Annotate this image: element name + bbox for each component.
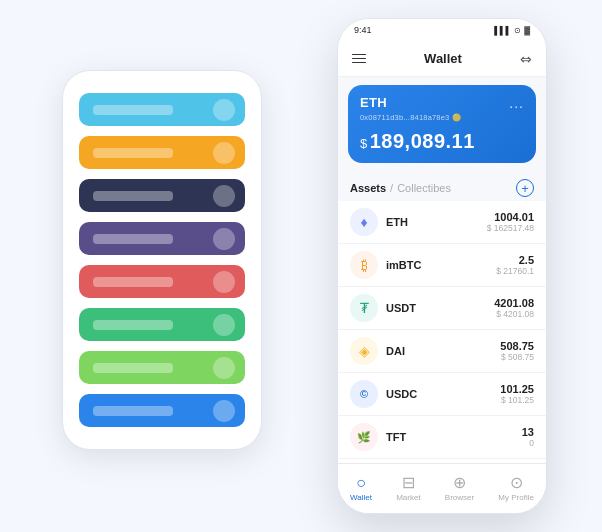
profile-nav-icon: ⊙ xyxy=(510,475,523,491)
bg-card-label-1 xyxy=(93,105,173,115)
imbtc-amounts: 2.5 $ 21760.1 xyxy=(496,254,534,276)
dai-name: DAI xyxy=(386,345,500,357)
usdc-icon: © xyxy=(350,380,378,408)
usdc-usd: $ 101.25 xyxy=(500,395,534,405)
imbtc-usd: $ 21760.1 xyxy=(496,266,534,276)
dai-amount: 508.75 xyxy=(500,340,534,352)
tab-separator: / xyxy=(390,182,393,194)
eth-card-header: ETH ... xyxy=(360,95,524,111)
usdc-name: USDC xyxy=(386,388,500,400)
bg-card-5 xyxy=(79,265,245,298)
hamburger-line-1 xyxy=(352,54,366,56)
usdt-icon: ₮ xyxy=(350,294,378,322)
status-bar: 9:41 ▌▌▌ ⊙ ▓ xyxy=(338,19,546,41)
hamburger-line-2 xyxy=(352,58,366,60)
dai-usd: $ 508.75 xyxy=(500,352,534,362)
market-nav-icon: ⊟ xyxy=(402,475,415,491)
hamburger-line-3 xyxy=(352,62,366,64)
bg-card-label-8 xyxy=(93,406,173,416)
eth-card[interactable]: ETH ... 0x08711d3b...8418a78e3 🟡 $189,08… xyxy=(348,85,536,163)
bg-card-icon-3 xyxy=(213,185,235,207)
bottom-nav-bar: ○ Wallet ⊟ Market ⊕ Browser ⊙ My Profile xyxy=(338,463,546,513)
bg-card-8 xyxy=(79,394,245,427)
imbtc-name: imBTC xyxy=(386,259,496,271)
phone-nav-bar: Wallet ⇔ xyxy=(338,41,546,77)
asset-list: ♦ ETH 1004.01 $ 162517.48 ₿ imBTC 2.5 $ … xyxy=(338,201,546,463)
bg-card-label-4 xyxy=(93,234,173,244)
phone-content: ETH ... 0x08711d3b...8418a78e3 🟡 $189,08… xyxy=(338,77,546,463)
wallet-nav-icon: ○ xyxy=(356,475,366,491)
eth-amounts: 1004.01 $ 162517.48 xyxy=(487,211,534,233)
bottom-nav-browser[interactable]: ⊕ Browser xyxy=(445,475,474,502)
bg-card-icon-8 xyxy=(213,400,235,422)
status-time: 9:41 xyxy=(354,25,372,35)
bg-card-label-2 xyxy=(93,148,173,158)
eth-card-title: ETH xyxy=(360,95,387,110)
tft-usd: 0 xyxy=(522,438,534,448)
bottom-nav-wallet[interactable]: ○ Wallet xyxy=(350,475,372,502)
asset-item-usdc[interactable]: © USDC 101.25 $ 101.25 xyxy=(338,373,546,416)
assets-tabs-bar: Assets / Collectibes + xyxy=(338,171,546,201)
bg-card-3 xyxy=(79,179,245,212)
eth-amount: 1004.01 xyxy=(487,211,534,223)
bg-card-label-5 xyxy=(93,277,173,287)
usdt-usd: $ 4201.08 xyxy=(494,309,534,319)
bg-card-label-3 xyxy=(93,191,173,201)
add-asset-button[interactable]: + xyxy=(516,179,534,197)
bg-card-1 xyxy=(79,93,245,126)
browser-nav-label: Browser xyxy=(445,493,474,502)
tab-collectibles[interactable]: Collectibes xyxy=(397,182,451,194)
bg-card-label-7 xyxy=(93,363,173,373)
expand-button[interactable]: ⇔ xyxy=(520,51,532,67)
asset-item-imbtc[interactable]: ₿ imBTC 2.5 $ 21760.1 xyxy=(338,244,546,287)
usdt-amount: 4201.08 xyxy=(494,297,534,309)
usdt-amounts: 4201.08 $ 4201.08 xyxy=(494,297,534,319)
hamburger-menu-button[interactable] xyxy=(352,54,366,64)
profile-nav-label: My Profile xyxy=(498,493,534,502)
tft-amounts: 13 0 xyxy=(522,426,534,448)
market-nav-label: Market xyxy=(396,493,420,502)
asset-item-eth[interactable]: ♦ ETH 1004.01 $ 162517.48 xyxy=(338,201,546,244)
bg-card-6 xyxy=(79,308,245,341)
background-phone xyxy=(62,70,262,450)
tft-amount: 13 xyxy=(522,426,534,438)
bg-card-icon-6 xyxy=(213,314,235,336)
imbtc-amount: 2.5 xyxy=(496,254,534,266)
eth-icon: ♦ xyxy=(350,208,378,236)
bg-card-icon-7 xyxy=(213,357,235,379)
battery-icon: ▓ xyxy=(524,26,530,35)
signal-icon: ▌▌▌ xyxy=(494,26,511,35)
bg-card-icon-4 xyxy=(213,228,235,250)
foreground-phone: 9:41 ▌▌▌ ⊙ ▓ Wallet ⇔ ETH ... 0x08711d3b… xyxy=(337,18,547,514)
wifi-icon: ⊙ xyxy=(514,26,521,35)
usdt-name: USDT xyxy=(386,302,494,314)
bg-card-2 xyxy=(79,136,245,169)
tft-icon: 🌿 xyxy=(350,423,378,451)
bg-card-icon-1 xyxy=(213,99,235,121)
eth-card-balance: $189,089.11 xyxy=(360,130,524,153)
asset-item-tft[interactable]: 🌿 TFT 13 0 xyxy=(338,416,546,459)
eth-balance-dollar-sign: $ xyxy=(360,136,368,151)
bg-card-icon-2 xyxy=(213,142,235,164)
nav-title: Wallet xyxy=(424,51,462,66)
eth-balance-amount: 189,089.11 xyxy=(370,130,475,152)
asset-item-usdt[interactable]: ₮ USDT 4201.08 $ 4201.08 xyxy=(338,287,546,330)
eth-card-address: 0x08711d3b...8418a78e3 🟡 xyxy=(360,113,524,122)
eth-card-menu-dots[interactable]: ... xyxy=(509,95,524,111)
dai-amounts: 508.75 $ 508.75 xyxy=(500,340,534,362)
browser-nav-icon: ⊕ xyxy=(453,475,466,491)
bg-card-4 xyxy=(79,222,245,255)
bottom-nav-market[interactable]: ⊟ Market xyxy=(396,475,420,502)
assets-tabs-left: Assets / Collectibes xyxy=(350,182,451,194)
wallet-nav-label: Wallet xyxy=(350,493,372,502)
tft-name: TFT xyxy=(386,431,522,443)
eth-usd: $ 162517.48 xyxy=(487,223,534,233)
imbtc-icon: ₿ xyxy=(350,251,378,279)
bottom-nav-profile[interactable]: ⊙ My Profile xyxy=(498,475,534,502)
usdc-amount: 101.25 xyxy=(500,383,534,395)
bg-card-label-6 xyxy=(93,320,173,330)
usdc-amounts: 101.25 $ 101.25 xyxy=(500,383,534,405)
asset-item-dai[interactable]: ◈ DAI 508.75 $ 508.75 xyxy=(338,330,546,373)
tab-assets[interactable]: Assets xyxy=(350,182,386,194)
eth-name: ETH xyxy=(386,216,487,228)
